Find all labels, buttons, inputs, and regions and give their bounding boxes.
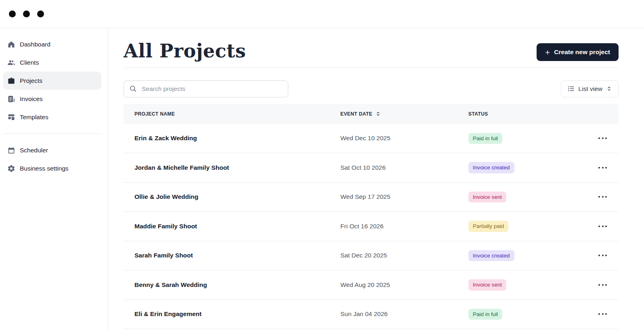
sidebar-item-label: Clients <box>20 59 39 66</box>
calendar-icon <box>7 146 15 154</box>
table-row[interactable]: Maddie Family Shoot Fri Oct 16 2026 Part… <box>124 212 619 241</box>
table-row[interactable]: Jordan & Michelle Family Shoot Sat Oct 1… <box>124 153 619 183</box>
sidebar-item-label: Projects <box>20 77 42 84</box>
status-badge: Invoice created <box>468 162 514 173</box>
window-control-dot[interactable] <box>37 11 44 17</box>
status-cell: Invoice sent <box>468 279 579 291</box>
project-name-cell: Sarah Family Shoot <box>134 252 340 259</box>
window-control-dot[interactable] <box>23 11 30 17</box>
sidebar-item-business-settings[interactable]: Business settings <box>3 159 101 177</box>
ellipsis-icon <box>598 226 600 227</box>
list-view-icon <box>567 85 575 93</box>
project-name-cell: Maddie Family Shoot <box>134 223 340 230</box>
table-row[interactable]: Sarah Family Shoot Sat Dec 20 2025 Invoi… <box>124 241 619 271</box>
gear-icon <box>7 164 15 173</box>
search-input[interactable] <box>141 85 283 93</box>
row-actions-menu-button[interactable] <box>598 281 608 289</box>
ellipsis-icon <box>598 284 600 286</box>
page-title: All Projects <box>124 41 246 61</box>
project-name-cell: Ollie & Jolie Wedding <box>134 193 340 200</box>
row-actions-menu-button[interactable] <box>598 193 608 201</box>
sidebar-item-label: Dashboard <box>20 41 50 48</box>
sidebar-item-label: Scheduler <box>20 147 48 154</box>
status-cell: Invoice sent <box>468 192 579 203</box>
view-selector[interactable]: List view <box>561 80 619 97</box>
status-badge: Paid in full <box>468 309 502 320</box>
table-row[interactable]: Benny & Sarah Wedding Wed Aug 20 2025 In… <box>124 270 619 300</box>
sidebar-divider <box>3 133 101 134</box>
home-icon <box>7 40 15 48</box>
plus-icon: + <box>545 48 550 57</box>
table-row[interactable]: Ollie & Jolie Wedding Wed Sep 17 2025 In… <box>124 183 619 212</box>
table-row[interactable]: Erin & Zack Wedding Wed Dec 10 2025 Paid… <box>124 124 619 154</box>
status-badge: Paid in full <box>468 133 502 144</box>
sidebar-item-templates[interactable]: Templates <box>3 108 101 126</box>
status-badge: Partially paid <box>468 221 508 232</box>
sidebar-secondary-nav: SchedulerBusiness settings <box>0 141 108 177</box>
sidebar-item-clients[interactable]: Clients <box>3 53 101 72</box>
event-date-cell: Fri Oct 16 2026 <box>340 223 468 230</box>
sidebar-item-scheduler[interactable]: Scheduler <box>3 141 101 159</box>
status-badge: Invoice created <box>468 250 514 261</box>
status-cell: Partially paid <box>468 221 579 232</box>
row-actions-menu-button[interactable] <box>598 251 608 259</box>
row-actions-menu-button[interactable] <box>598 310 608 318</box>
ellipsis-icon <box>598 196 600 198</box>
event-date-cell: Wed Dec 10 2025 <box>340 135 468 142</box>
event-date-cell: Wed Aug 20 2025 <box>340 281 468 289</box>
chevron-up-down-icon <box>606 86 612 92</box>
toolbar: List view <box>124 80 619 97</box>
projects-table: PROJECT NAME EVENT DATE STATUS Erin & Za… <box>124 104 619 329</box>
sidebar-item-label: Business settings <box>20 165 69 172</box>
project-name-cell: Eli & Erin Engagement <box>134 310 340 318</box>
main-content: All Projects + Create new project <box>108 28 644 331</box>
column-header-project-name: PROJECT NAME <box>134 111 340 117</box>
sidebar: DashboardClientsProjectsInvoicesTemplate… <box>0 28 108 331</box>
row-actions-menu-button[interactable] <box>598 222 608 230</box>
status-cell: Invoice created <box>468 250 579 261</box>
briefcase-icon <box>7 77 15 85</box>
ellipsis-icon <box>598 313 600 315</box>
status-cell: Invoice created <box>468 162 579 173</box>
ellipsis-icon <box>598 167 600 169</box>
window-titlebar <box>0 0 644 28</box>
sort-icon <box>375 111 381 116</box>
people-icon <box>7 59 15 67</box>
sidebar-item-dashboard[interactable]: Dashboard <box>3 35 101 53</box>
column-header-status: STATUS <box>468 111 579 117</box>
project-name-cell: Benny & Sarah Wedding <box>134 281 340 289</box>
event-date-cell: Wed Sep 17 2025 <box>340 193 468 200</box>
status-cell: Paid in full <box>468 133 579 144</box>
sidebar-item-label: Invoices <box>20 95 43 103</box>
table-body: Erin & Zack Wedding Wed Dec 10 2025 Paid… <box>124 124 619 329</box>
header-divider <box>124 67 619 68</box>
event-date-cell: Sat Dec 20 2025 <box>340 252 468 259</box>
window-control-dot[interactable] <box>9 11 16 17</box>
sidebar-item-invoices[interactable]: Invoices <box>3 90 101 108</box>
event-date-cell: Sun Jan 04 2026 <box>340 310 468 318</box>
page-header: All Projects + Create new project <box>124 28 619 61</box>
event-date-cell: Sat Oct 10 2026 <box>340 164 468 171</box>
table-header-row: PROJECT NAME EVENT DATE STATUS <box>124 104 619 124</box>
view-selector-label: List view <box>579 85 602 93</box>
project-name-cell: Jordan & Michelle Family Shoot <box>134 164 340 171</box>
invoice-icon <box>7 95 15 103</box>
template-icon <box>7 113 15 121</box>
create-new-project-button[interactable]: + Create new project <box>537 43 619 61</box>
create-new-project-label: Create new project <box>554 48 610 56</box>
ellipsis-icon <box>598 137 600 139</box>
column-header-event-date[interactable]: EVENT DATE <box>340 111 468 117</box>
sidebar-item-projects[interactable]: Projects <box>3 72 101 90</box>
project-name-cell: Erin & Zack Wedding <box>134 135 340 142</box>
row-actions-menu-button[interactable] <box>598 164 608 172</box>
ellipsis-icon <box>598 255 600 256</box>
search-icon <box>129 85 137 93</box>
status-cell: Paid in full <box>468 309 579 320</box>
status-badge: Invoice sent <box>468 279 506 291</box>
sidebar-primary-nav: DashboardClientsProjectsInvoicesTemplate… <box>0 35 108 126</box>
sidebar-item-label: Templates <box>20 114 48 121</box>
table-row[interactable]: Eli & Erin Engagement Sun Jan 04 2026 Pa… <box>124 300 619 329</box>
status-badge: Invoice sent <box>468 192 506 203</box>
row-actions-menu-button[interactable] <box>598 134 608 142</box>
search-box <box>124 80 288 97</box>
